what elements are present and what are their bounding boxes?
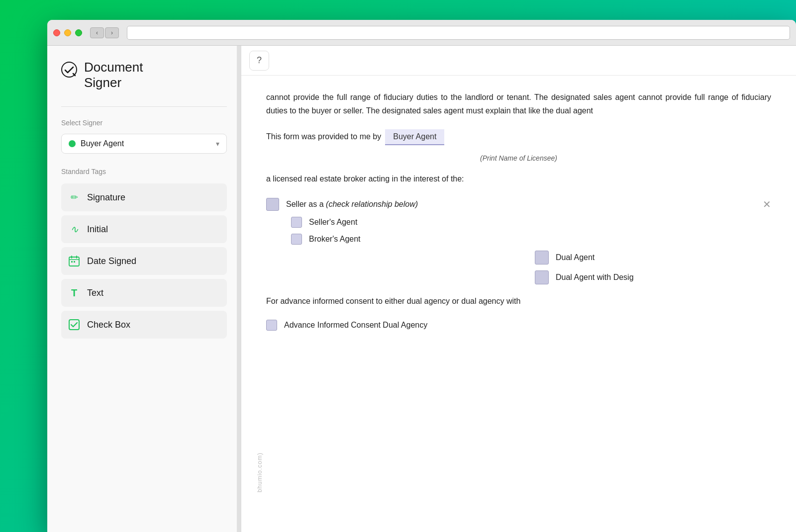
- advance-consent-label: Advance Informed Consent Dual Agency: [284, 321, 427, 330]
- advance-consent-text: For advance informed consent to either d…: [266, 294, 771, 308]
- sidebar-content: Document Signer Select Signer Buyer Agen…: [47, 46, 241, 532]
- close-x-icon[interactable]: ✕: [763, 198, 771, 210]
- signature-icon: ✏: [68, 191, 80, 203]
- advance-consent-row: Advance Informed Consent Dual Agency: [266, 320, 771, 331]
- calendar-icon: [68, 255, 80, 267]
- tag-item-initial[interactable]: ∿ Initial: [61, 215, 227, 243]
- svg-rect-7: [74, 261, 75, 263]
- app-window: ‹ › Document Signer: [47, 20, 796, 532]
- brokers-agent-row: Broker's Agent: [266, 234, 771, 245]
- brokers-agent-label: Broker's Agent: [309, 235, 361, 244]
- text-icon: T: [68, 287, 80, 299]
- svg-rect-6: [71, 261, 73, 263]
- app-logo: Document Signer: [61, 60, 227, 90]
- signer-indicator: [69, 140, 76, 147]
- dual-agent-designated-checkbox[interactable]: [535, 270, 549, 284]
- doc-content: bhumio.com) cannot provide the full rang…: [241, 76, 796, 532]
- nav-buttons: ‹ ›: [90, 27, 119, 38]
- standard-tags-label: Standard Tags: [61, 168, 227, 176]
- titlebar: ‹ ›: [47, 20, 796, 46]
- sellers-agent-row: Seller's Agent: [266, 217, 771, 228]
- fullscreen-button[interactable]: [75, 29, 82, 36]
- select-signer-label: Select Signer: [61, 119, 227, 127]
- dual-agent-label: Dual Agent: [556, 253, 595, 262]
- main-area: Document Signer Select Signer Buyer Agen…: [47, 46, 796, 532]
- minimize-button[interactable]: [64, 29, 71, 36]
- watermark: bhumio.com): [256, 452, 263, 492]
- sidebar: Document Signer Select Signer Buyer Agen…: [47, 46, 241, 532]
- dual-agent-checkbox[interactable]: [535, 251, 549, 265]
- sidebar-scrollbar[interactable]: [237, 46, 241, 532]
- brokers-agent-checkbox[interactable]: [291, 234, 302, 245]
- close-button[interactable]: [53, 29, 60, 36]
- dual-agent-designated-label: Dual Agent with Desig: [556, 273, 634, 282]
- seller-label: Seller as a (check relationship below): [286, 200, 418, 209]
- dropdown-arrow-icon: ▾: [216, 140, 219, 148]
- sellers-agent-checkbox[interactable]: [291, 217, 302, 228]
- form-text: This form was provided to me by: [266, 130, 381, 143]
- tag-label-initial: Initial: [87, 224, 108, 235]
- app-logo-icon: [61, 62, 77, 78]
- app-title: Document Signer: [84, 60, 143, 90]
- tag-item-signature[interactable]: ✏ Signature: [61, 183, 227, 211]
- tag-item-date-signed[interactable]: Date Signed: [61, 247, 227, 275]
- doc-paragraph-1: cannot provide the full range of fiducia…: [266, 90, 771, 117]
- signer-dropdown[interactable]: Buyer Agent ▾: [61, 134, 227, 154]
- dual-agent-row: Dual Agent: [266, 251, 771, 265]
- licensed-text: a licensed real estate broker acting in …: [266, 172, 771, 185]
- form-row: This form was provided to me by Buyer Ag…: [266, 129, 771, 146]
- dual-agent-designated-row: Dual Agent with Desig: [266, 270, 771, 284]
- tag-item-text[interactable]: T Text: [61, 279, 227, 307]
- doc-toolbar: ?: [241, 46, 796, 76]
- tag-label-signature: Signature: [87, 192, 125, 203]
- sidebar-divider: [61, 106, 227, 107]
- help-button[interactable]: ?: [249, 51, 269, 71]
- forward-button[interactable]: ›: [105, 27, 119, 38]
- buyer-agent-value: Buyer Agent: [385, 129, 444, 145]
- seller-checkbox-row: Seller as a (check relationship below) ✕: [266, 198, 771, 211]
- sellers-agent-label: Seller's Agent: [309, 218, 357, 227]
- initial-icon: ∿: [68, 223, 80, 235]
- seller-checkbox[interactable]: [266, 198, 279, 211]
- signer-name: Buyer Agent: [81, 139, 211, 148]
- tag-item-check-box[interactable]: Check Box: [61, 311, 227, 339]
- print-name-label: (Print Name of Licensee): [266, 154, 771, 162]
- tag-label-date-signed: Date Signed: [87, 256, 136, 266]
- tag-label-check-box: Check Box: [87, 320, 130, 330]
- address-bar[interactable]: [127, 26, 790, 40]
- tag-label-text: Text: [87, 288, 103, 298]
- document-area: ? bhumio.com) cannot provide the full ra…: [241, 46, 796, 532]
- back-button[interactable]: ‹: [90, 27, 104, 38]
- advance-consent-checkbox[interactable]: [266, 320, 277, 331]
- checkbox-icon: [68, 319, 80, 331]
- traffic-lights: [53, 29, 82, 36]
